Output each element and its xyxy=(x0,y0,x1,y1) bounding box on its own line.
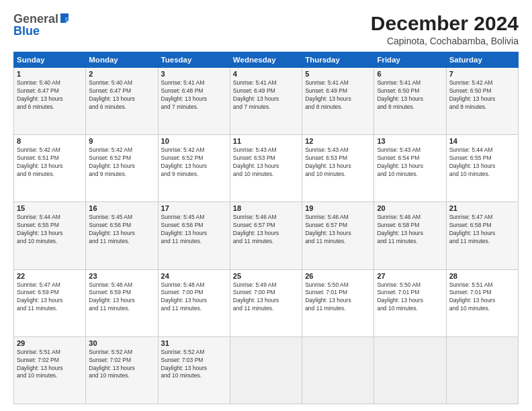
table-row: 20Sunrise: 5:46 AM Sunset: 6:58 PM Dayli… xyxy=(374,202,446,269)
table-row: 11Sunrise: 5:43 AM Sunset: 6:53 PM Dayli… xyxy=(230,135,302,202)
table-row: 13Sunrise: 5:43 AM Sunset: 6:54 PM Dayli… xyxy=(374,135,446,202)
table-row: 17Sunrise: 5:45 AM Sunset: 6:56 PM Dayli… xyxy=(158,202,230,269)
table-row: 25Sunrise: 5:49 AM Sunset: 7:00 PM Dayli… xyxy=(230,269,302,336)
calendar-table: Sunday Monday Tuesday Wednesday Thursday… xyxy=(13,52,519,404)
table-row: 5Sunrise: 5:41 AM Sunset: 6:49 PM Daylig… xyxy=(302,68,374,135)
table-row xyxy=(230,336,302,404)
logo-blue: Blue xyxy=(13,24,40,38)
title-section: December 2024 Capinota, Cochabamba, Boli… xyxy=(371,12,519,46)
col-monday: Monday xyxy=(86,52,158,68)
table-row: 7Sunrise: 5:42 AM Sunset: 6:50 PM Daylig… xyxy=(446,68,518,135)
logo: General Blue xyxy=(13,12,70,38)
table-row: 19Sunrise: 5:46 AM Sunset: 6:57 PM Dayli… xyxy=(302,202,374,269)
table-row: 4Sunrise: 5:41 AM Sunset: 6:49 PM Daylig… xyxy=(230,68,302,135)
subtitle: Capinota, Cochabamba, Bolivia xyxy=(371,36,519,46)
table-row: 6Sunrise: 5:41 AM Sunset: 6:50 PM Daylig… xyxy=(374,68,446,135)
table-row: 12Sunrise: 5:43 AM Sunset: 6:53 PM Dayli… xyxy=(302,135,374,202)
table-row: 14Sunrise: 5:44 AM Sunset: 6:55 PM Dayli… xyxy=(446,135,518,202)
table-row xyxy=(374,336,446,404)
table-row xyxy=(302,336,374,404)
table-row: 3Sunrise: 5:41 AM Sunset: 6:48 PM Daylig… xyxy=(158,68,230,135)
table-row: 27Sunrise: 5:50 AM Sunset: 7:01 PM Dayli… xyxy=(374,269,446,336)
main-title: December 2024 xyxy=(371,12,519,34)
table-row: 2Sunrise: 5:40 AM Sunset: 6:47 PM Daylig… xyxy=(86,68,158,135)
table-row: 31Sunrise: 5:52 AM Sunset: 7:03 PM Dayli… xyxy=(158,336,230,404)
table-row: 26Sunrise: 5:50 AM Sunset: 7:01 PM Dayli… xyxy=(302,269,374,336)
table-row: 18Sunrise: 5:46 AM Sunset: 6:57 PM Dayli… xyxy=(230,202,302,269)
table-row: 10Sunrise: 5:42 AM Sunset: 6:52 PM Dayli… xyxy=(158,135,230,202)
table-row xyxy=(446,336,518,404)
table-row: 15Sunrise: 5:44 AM Sunset: 6:55 PM Dayli… xyxy=(14,202,86,269)
table-row: 16Sunrise: 5:45 AM Sunset: 6:56 PM Dayli… xyxy=(86,202,158,269)
table-row: 8Sunrise: 5:42 AM Sunset: 6:51 PM Daylig… xyxy=(14,135,86,202)
page: General Blue December 2024 Capinota, Coc… xyxy=(0,0,532,411)
calendar-header-row: Sunday Monday Tuesday Wednesday Thursday… xyxy=(14,52,519,68)
table-row: 28Sunrise: 5:51 AM Sunset: 7:01 PM Dayli… xyxy=(446,269,518,336)
table-row: 9Sunrise: 5:42 AM Sunset: 6:52 PM Daylig… xyxy=(86,135,158,202)
table-row: 21Sunrise: 5:47 AM Sunset: 6:58 PM Dayli… xyxy=(446,202,518,269)
table-row: 30Sunrise: 5:52 AM Sunset: 7:02 PM Dayli… xyxy=(86,336,158,404)
table-row: 23Sunrise: 5:48 AM Sunset: 6:59 PM Dayli… xyxy=(86,269,158,336)
header: General Blue December 2024 Capinota, Coc… xyxy=(13,12,519,46)
table-row: 24Sunrise: 5:48 AM Sunset: 7:00 PM Dayli… xyxy=(158,269,230,336)
col-friday: Friday xyxy=(374,52,446,68)
col-wednesday: Wednesday xyxy=(230,52,302,68)
table-row: 29Sunrise: 5:51 AM Sunset: 7:02 PM Dayli… xyxy=(14,336,86,404)
logo-icon xyxy=(59,13,70,24)
table-row: 22Sunrise: 5:47 AM Sunset: 6:59 PM Dayli… xyxy=(14,269,86,336)
col-thursday: Thursday xyxy=(302,52,374,68)
col-saturday: Saturday xyxy=(446,52,518,68)
table-row: 1Sunrise: 5:40 AM Sunset: 6:47 PM Daylig… xyxy=(14,68,86,135)
col-tuesday: Tuesday xyxy=(158,52,230,68)
col-sunday: Sunday xyxy=(14,52,86,68)
